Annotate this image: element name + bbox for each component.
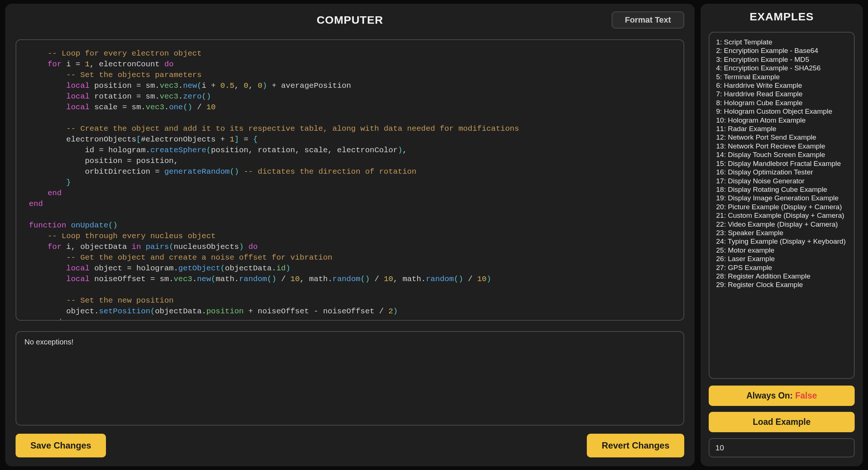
example-number-input[interactable] [709, 438, 855, 457]
console-message: No exceptions! [24, 338, 73, 346]
example-item[interactable]: 27: GPS Example [716, 263, 847, 272]
example-item[interactable]: 28: Register Addition Example [716, 272, 847, 280]
example-item[interactable]: 18: Display Rotating Cube Example [716, 185, 847, 194]
code-editor[interactable]: -- Loop for every electron object for i … [16, 39, 684, 321]
example-item[interactable]: 17: Display Noise Generator [716, 177, 847, 185]
example-item[interactable]: 20: Picture Example (Display + Camera) [716, 203, 847, 211]
example-item[interactable]: 9: Hologram Custom Object Example [716, 107, 847, 116]
example-item[interactable]: 25: Motor example [716, 246, 847, 254]
example-item[interactable]: 12: Network Port Send Example [716, 133, 847, 141]
examples-title: EXAMPLES [709, 10, 855, 23]
main-panel: COMPUTER Format Text -- Loop for every e… [5, 4, 695, 466]
example-item[interactable]: 1: Script Template [716, 38, 847, 46]
load-example-button[interactable]: Load Example [709, 412, 855, 432]
panel-title: COMPUTER [16, 14, 684, 26]
example-item[interactable]: 3: Encryiption Example - MD5 [716, 55, 847, 64]
example-item[interactable]: 2: Encryiption Example - Base64 [716, 46, 847, 55]
example-item[interactable]: 7: Harddrive Read Example [716, 90, 847, 98]
header-row: COMPUTER Format Text [16, 10, 684, 30]
always-on-value: False [795, 391, 817, 400]
example-item[interactable]: 19: Display Image Generation Example [716, 194, 847, 202]
example-item[interactable]: 16: Display Optimization Tester [716, 168, 847, 176]
bottom-button-row: Save Changes Revert Changes [16, 434, 684, 457]
example-item[interactable]: 26: Laser Example [716, 254, 847, 263]
revert-changes-button[interactable]: Revert Changes [587, 434, 684, 457]
example-item[interactable]: 14: Display Touch Screen Example [716, 150, 847, 159]
example-item[interactable]: 10: Hologram Atom Example [716, 116, 847, 124]
example-item[interactable]: 15: Display Mandlebrot Fractal Example [716, 159, 847, 168]
example-item[interactable]: 24: Typing Example (Display + Keyboard) [716, 237, 847, 246]
save-changes-button[interactable]: Save Changes [16, 434, 106, 457]
example-item[interactable]: 29: Register Clock Example [716, 280, 847, 289]
example-item[interactable]: 13: Network Port Recieve Example [716, 142, 847, 150]
example-item[interactable]: 8: Hologram Cube Example [716, 99, 847, 107]
example-item[interactable]: 22: Video Example (Display + Camera) [716, 220, 847, 229]
always-on-label: Always On: [746, 391, 795, 400]
examples-list[interactable]: 1: Script Template2: Encryiption Example… [709, 32, 855, 379]
side-controls: Always On: False Load Example [709, 386, 855, 457]
example-item[interactable]: 6: Harddrive Write Example [716, 81, 847, 90]
always-on-toggle[interactable]: Always On: False [709, 386, 855, 406]
example-item[interactable]: 4: Encryiption Example - SHA256 [716, 64, 847, 72]
example-item[interactable]: 23: Speaker Example [716, 229, 847, 237]
examples-panel: EXAMPLES 1: Script Template2: Encryiptio… [701, 4, 863, 466]
example-item[interactable]: 21: Custom Example (Display + Camera) [716, 211, 847, 220]
example-item[interactable]: 11: Radar Example [716, 124, 847, 133]
example-item[interactable]: 5: Terminal Example [716, 73, 847, 81]
console-output: No exceptions! [16, 331, 684, 426]
